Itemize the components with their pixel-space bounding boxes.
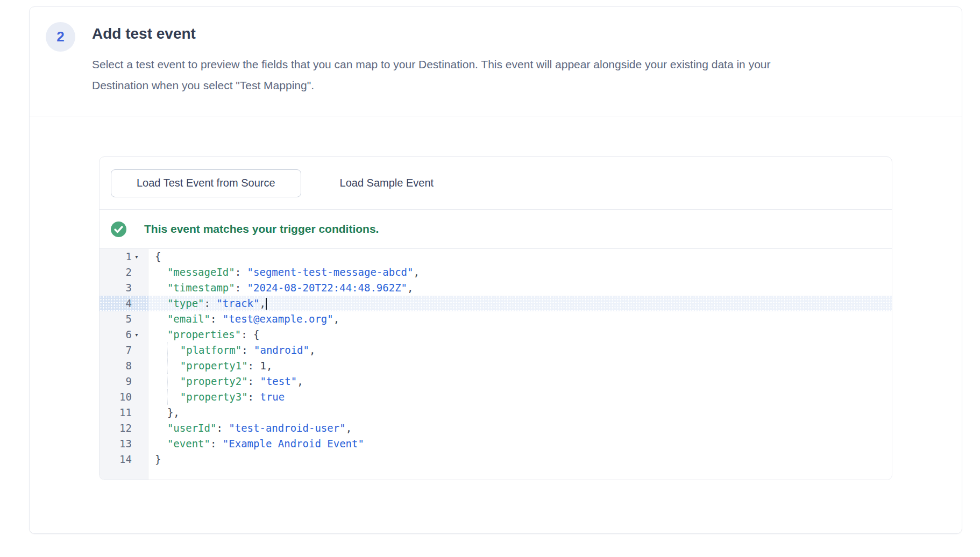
code-content: "platform": "android", (148, 342, 892, 358)
gutter-cell: 1▾ (100, 249, 148, 265)
code-line[interactable]: 7"platform": "android", (100, 342, 892, 358)
gutter-cell: 5 (100, 311, 148, 327)
code-line[interactable]: 11}, (100, 405, 892, 420)
token-punc: : (235, 280, 247, 296)
indent (155, 265, 167, 280)
code-line[interactable]: 6▾"properties": { (100, 327, 892, 342)
line-number: 10 (119, 389, 132, 405)
indent (155, 311, 167, 327)
code-line[interactable]: 4"type": "track", (100, 296, 892, 311)
step-header: 2 Add test event Select a test event to … (30, 7, 962, 117)
token-punc: , (407, 280, 413, 296)
token-punc: , (259, 296, 265, 311)
code-content: "property1": 1, (148, 358, 892, 374)
fold-toggle-icon[interactable]: ▾ (132, 327, 148, 342)
code-content: "messageId": "segment-test-message-abcd"… (148, 265, 892, 280)
token-punc: , (297, 374, 303, 389)
line-number: 2 (126, 265, 132, 280)
code-content: "userId": "test-android-user", (148, 420, 892, 436)
step-body: Load Test Event from Source Load Sample … (30, 117, 962, 480)
code-lines: 1▾{2"messageId": "segment-test-message-a… (100, 249, 892, 467)
step-header-text: Add test event Select a test event to pr… (92, 22, 813, 96)
indent (155, 405, 167, 420)
token-punc: , (309, 342, 315, 358)
code-line[interactable]: 8"property1": 1, (100, 358, 892, 374)
json-editor[interactable]: 1▾{2"messageId": "segment-test-message-a… (100, 248, 892, 480)
step-number-badge: 2 (46, 22, 75, 52)
indent-guide (167, 358, 180, 374)
test-event-panel: Load Test Event from Source Load Sample … (99, 156, 892, 480)
code-line[interactable]: 14} (100, 452, 892, 467)
event-source-toolbar: Load Test Event from Source Load Sample … (100, 157, 892, 210)
token-punc: }, (167, 405, 180, 420)
code-line[interactable]: 13"event": "Example Android Event" (100, 436, 892, 452)
token-punc: : (235, 265, 247, 280)
token-key: "type" (167, 296, 204, 311)
token-key: "property1" (180, 358, 248, 374)
line-number: 12 (119, 420, 132, 436)
gutter-cell: 12 (100, 420, 148, 436)
token-key: "userId" (167, 420, 217, 436)
token-punc: : (216, 420, 229, 436)
check-circle-icon (111, 222, 126, 237)
status-message: This event matches your trigger conditio… (144, 223, 379, 235)
code-content: "property3": true (148, 389, 892, 405)
indent (155, 436, 167, 452)
load-sample-event-button[interactable]: Load Sample Event (335, 177, 439, 189)
gutter-cell: 11 (100, 405, 148, 420)
token-key: "messageId" (167, 265, 235, 280)
gutter-cell: 13 (100, 436, 148, 452)
code-line[interactable]: 5"email": "test@example.org", (100, 311, 892, 327)
code-line[interactable]: 2"messageId": "segment-test-message-abcd… (100, 265, 892, 280)
token-punc: , (333, 311, 339, 327)
line-number: 13 (119, 436, 132, 452)
gutter-cell: 14 (100, 452, 148, 467)
line-number: 5 (126, 311, 132, 327)
gutter-cell: 6▾ (100, 327, 148, 342)
indent (155, 420, 167, 436)
token-punc: : (248, 358, 260, 374)
token-num: 1 (260, 358, 266, 374)
token-punc: : (204, 296, 217, 311)
line-number: 8 (126, 358, 132, 374)
gutter-cell: 8 (100, 358, 148, 374)
token-str: "segment-test-message-abcd" (247, 265, 414, 280)
indent (155, 374, 167, 389)
code-line[interactable]: 1▾{ (100, 249, 892, 265)
gutter-cell: 2 (100, 265, 148, 280)
indent (155, 389, 167, 405)
code-line[interactable]: 3"timestamp": "2024-08-20T22:44:48.962Z"… (100, 280, 892, 296)
token-punc: { (155, 249, 161, 265)
token-str: "test@example.org" (223, 311, 333, 327)
token-punc: } (155, 452, 161, 467)
token-str: "android" (254, 342, 309, 358)
indent-guide (167, 374, 180, 389)
token-punc: , (346, 420, 352, 436)
code-line[interactable]: 12"userId": "test-android-user", (100, 420, 892, 436)
code-line[interactable]: 9"property2": "test", (100, 374, 892, 389)
gutter-cell: 9 (100, 374, 148, 389)
token-key: "platform" (180, 342, 242, 358)
token-key: "property2" (180, 374, 248, 389)
code-content: } (148, 452, 892, 467)
indent (155, 358, 167, 374)
token-punc: : (242, 342, 254, 358)
code-line[interactable]: 10"property3": true (100, 389, 892, 405)
line-number: 7 (126, 342, 132, 358)
code-content: "email": "test@example.org", (148, 311, 892, 327)
line-number: 14 (119, 452, 132, 467)
token-punc: : { (241, 327, 259, 342)
page-title: Add test event (92, 25, 813, 42)
line-number: 1 (126, 249, 132, 265)
line-number: 9 (126, 374, 132, 389)
fold-toggle-icon[interactable]: ▾ (132, 249, 148, 265)
token-key: "event" (167, 436, 210, 452)
line-number: 4 (126, 296, 132, 311)
line-number: 3 (126, 280, 132, 296)
indent (155, 342, 167, 358)
code-content: "timestamp": "2024-08-20T22:44:48.962Z", (148, 280, 892, 296)
load-test-event-button[interactable]: Load Test Event from Source (111, 169, 301, 197)
gutter-cell: 3 (100, 280, 148, 296)
text-cursor (266, 298, 267, 310)
indent (155, 327, 167, 342)
